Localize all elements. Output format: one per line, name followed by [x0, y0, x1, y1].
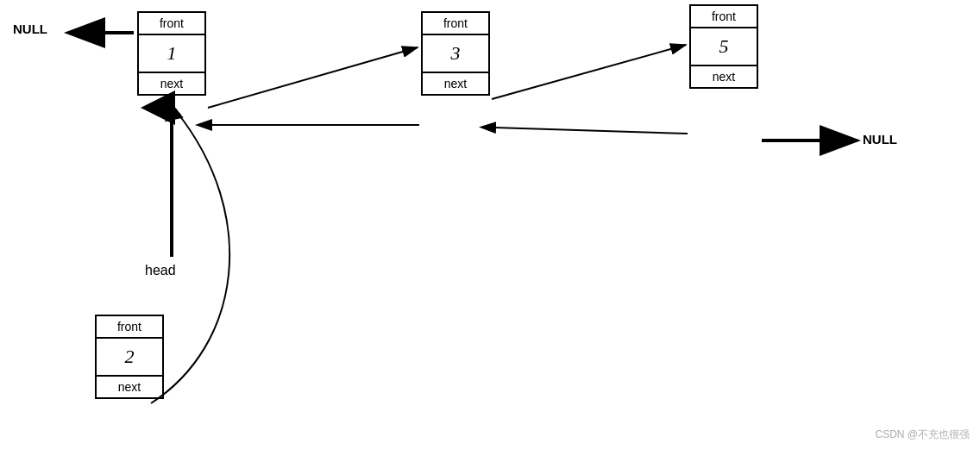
svg-line-9 [492, 45, 686, 99]
watermark: CSDN @不充也很强 [875, 427, 970, 442]
node2: front 3 next [421, 11, 490, 96]
svg-line-7 [208, 47, 418, 108]
node4-value: 2 [97, 339, 162, 377]
node1-front: front [139, 13, 204, 35]
node2-front: front [423, 13, 488, 35]
head-label: head [145, 263, 176, 278]
null-left: NULL [13, 22, 47, 36]
node2-next: next [423, 73, 488, 94]
svg-line-10 [494, 128, 688, 134]
node4: front 2 next [95, 315, 164, 399]
node4-front: front [97, 316, 162, 339]
node3-front: front [691, 6, 757, 28]
node3-next: next [691, 66, 757, 87]
node1: front 1 next [137, 11, 206, 96]
node1-next: next [139, 73, 204, 94]
node3: front 5 next [689, 4, 758, 89]
node3-value: 5 [691, 28, 757, 66]
node1-value: 1 [139, 35, 204, 73]
node4-next: next [97, 377, 162, 397]
node2-value: 3 [423, 35, 488, 73]
null-right: NULL [863, 132, 897, 147]
